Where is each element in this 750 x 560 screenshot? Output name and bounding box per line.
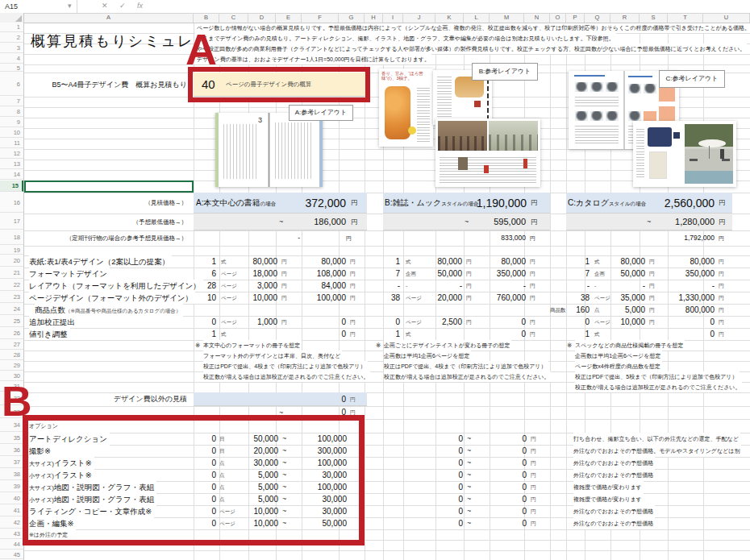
option-note[interactable]: 外注なのでおおよその予想価格 [573,469,655,481]
row-header-1[interactable]: 1 [0,23,23,32]
cell-qty[interactable]: 0 [440,457,463,469]
row-header-42[interactable]: 42 [0,517,23,529]
row-header-27[interactable]: 27 [0,340,23,350]
cell-qty[interactable]: 0 [192,316,216,328]
cell-total[interactable]: 0 [290,328,346,340]
item-label[interactable]: 表紙:表1/表4デザイン（2案以上の提案） [29,255,172,268]
column-header-A[interactable]: A [24,13,194,23]
cell-price[interactable]: 2,500 [417,316,462,328]
cell-qty[interactable]: 0 [440,505,463,517]
note-line[interactable]: 校正はPDFで提出、5校まで（印刷方法により追加で色校アリ） [575,371,740,382]
item-label[interactable]: 商品点数（※商品番号や商品仕様のあるカタログの場合） [35,304,183,317]
row-header-4[interactable]: 4 [0,54,23,64]
cell-qty[interactable]: 1 [192,328,216,340]
cell-price[interactable]: 20,000 [417,292,462,304]
cell-total[interactable]: 100,000 [290,292,346,304]
cell-qty[interactable]: 0 [373,316,400,328]
cell-total[interactable]: 80,000 [473,255,526,268]
cell-qty[interactable]: 1 [560,328,590,340]
note-line[interactable]: 校正数が増える場合は追加校正が足されるのでご注意ください。 [575,382,742,392]
cell-total[interactable]: 0 [659,316,715,328]
cell-total[interactable]: 350,000 [473,268,526,280]
column-header-F[interactable]: F [302,13,339,23]
note-line[interactable]: 本文中心のフォーマットの冊子を想定 [203,340,302,351]
cell-total[interactable]: 0 [487,517,527,529]
cell-qty[interactable]: 1 [560,255,590,268]
cell-total[interactable]: 760,000 [473,292,526,304]
note-line[interactable]: 校正はPDFで提出、4校まで（印刷方法により追加で色校アリ） [384,361,548,371]
cell-total[interactable]: 84,000 [290,280,346,292]
row-header-12[interactable]: 12 [0,149,23,159]
column-header-K[interactable]: K [435,13,464,23]
column-header-J[interactable]: J [403,13,435,23]
row-header-8[interactable]: 8 [0,107,23,117]
cell-total[interactable]: 80,000 [290,255,346,268]
row-header-9[interactable]: 9 [0,118,23,127]
cell-total[interactable]: 0 [487,505,527,517]
cell-qty[interactable]: 1 [373,328,400,340]
cell-total[interactable]: 0 [473,316,526,328]
minimum-b-value[interactable]: 595,000 [466,214,526,230]
column-header-R[interactable]: R [610,13,640,23]
cell-price[interactable]: 35,000 [602,292,645,304]
option-note[interactable]: 外注なのでおおよその予想価格 [573,517,655,529]
cell-price[interactable]: - [417,280,462,292]
cell-qty[interactable]: - [560,280,590,292]
row-header-13[interactable]: 13 [0,160,23,169]
intro-line[interactable]: デザイン費の基準は、おおよそデザイナー1人1日=50,000円を目標に計算をして… [195,54,431,64]
cell-qty[interactable]: 38 [373,292,400,304]
note-line[interactable]: 企画数は平均1企画6ページを想定 [575,351,662,361]
cell-total[interactable]: - [659,280,715,292]
cell-price[interactable]: 80,000 [232,255,277,268]
cell-price[interactable]: 80,000 [602,255,645,268]
cell-total[interactable]: 0 [473,328,526,340]
item-label[interactable]: レイアウト（フォーマットを利用したデザイン） [29,280,203,292]
option-note[interactable]: 外注なのでおおよその予想価格。モデルやスタイリングなどは別 [573,445,741,457]
cell-price[interactable]: 50,000 [417,268,462,280]
other-estimate-label[interactable]: デザイン費以外の見積 [114,392,187,406]
cell-reference-box[interactable]: A15 [0,0,77,13]
option-note[interactable]: 複雑度で価格が変わります [573,481,644,493]
cell-qty[interactable]: 28 [192,280,216,292]
option-note[interactable]: 外注なのでおおよその予想価格 [573,457,655,469]
cell-qty[interactable]: 10 [192,292,216,304]
select-all-corner[interactable] [0,13,24,23]
cell-qty[interactable]: 7 [560,268,590,280]
note-line[interactable]: 校正はPDFで提出、4校まで（印刷方法により追加で色校アリ） [203,361,368,371]
cell-qty[interactable]: 0 [440,445,463,457]
section-a-name[interactable]: A:本文中心の書籍の場合 [196,193,276,214]
row-header-17[interactable]: 17 [0,214,23,230]
estimate-c-value[interactable]: 2,560,000 [631,193,715,214]
cell-price[interactable]: 5,000 [602,304,645,316]
periodical-c-value[interactable]: 1,792,000 [648,230,715,246]
row-header-22[interactable]: 22 [0,280,23,291]
column-header-C[interactable]: C [219,13,248,23]
row-header-10[interactable]: 10 [0,128,23,138]
cell-qty[interactable]: 1 [192,255,216,268]
row-header-41[interactable]: 41 [0,505,23,516]
cell-qty[interactable]: 0 [440,481,463,493]
image-a-book-spread[interactable]: 3 [215,113,323,187]
row-header-37[interactable]: 37 [0,457,23,468]
note-line[interactable]: 企画ごとにデザインテイストが変わる冊子の想定 [384,340,511,351]
estimate-b-value[interactable]: 1,190,000 [445,193,527,214]
row-header-36[interactable]: 36 [0,445,23,456]
cell-qty[interactable]: 0 [440,469,463,481]
row-header-43[interactable]: 43 [0,529,23,539]
row-header-21[interactable]: 21 [0,268,23,279]
row-header-20[interactable]: 20 [0,255,23,267]
cell-total[interactable]: 0 [487,469,527,481]
cell-total[interactable]: 0 [487,445,527,457]
note-line[interactable]: 校正数が増える場合は追加校正が足されるのでご注意ください。 [203,371,370,382]
row-header-6[interactable]: 6 [0,73,23,96]
item-label[interactable]: ページデザイン（フォーマット外のデザイン） [29,292,195,304]
row-header-11[interactable]: 11 [0,139,23,148]
column-header-T[interactable]: T [668,13,703,23]
cell-total[interactable]: 0 [487,481,527,493]
note-line[interactable]: ページ数x4件程度の商品数を想定 [575,361,662,371]
cell-qty[interactable]: 1 [373,255,400,268]
note-line[interactable]: 企画数は平均1企画6ページを想定 [384,351,471,361]
cell-price[interactable]: 10,000 [232,292,277,304]
intro-line[interactable]: あくまでデザイン費のみの見積もり。アートディレクション、撮影、イラスト、地図・グ… [195,33,616,44]
row-header-5[interactable]: 5 [0,64,23,72]
